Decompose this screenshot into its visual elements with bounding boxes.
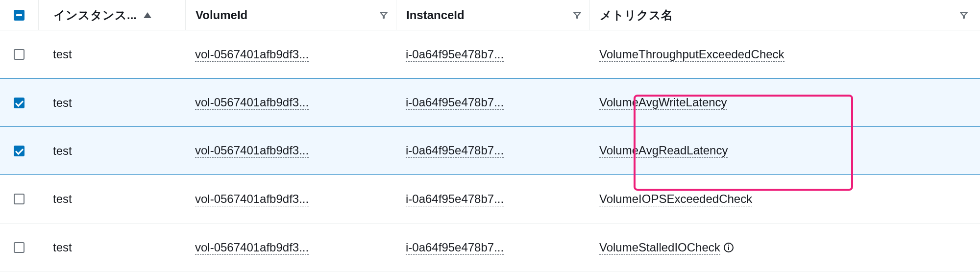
svg-rect-2 (728, 245, 729, 246)
metric-name-link[interactable]: VolumeThroughputExceededCheck (599, 48, 784, 62)
row-checkbox[interactable] (14, 98, 24, 108)
select-all-checkbox[interactable] (14, 10, 24, 21)
table-header-row: インスタンス... VolumeId InstanceId メトリクス名 (0, 0, 980, 30)
metric-name-link[interactable]: VolumeAvgWriteLatency (599, 96, 727, 110)
volume-id-link[interactable]: vol-0567401afb9df3... (195, 96, 309, 110)
column-header-instance-id[interactable]: InstanceId (396, 0, 589, 30)
instance-id-link[interactable]: i-0a64f95e478b7... (406, 241, 504, 255)
row-checkbox[interactable] (14, 194, 24, 204)
instance-name-cell: test (53, 48, 72, 61)
instance-name-cell: test (53, 192, 72, 206)
metrics-table: インスタンス... VolumeId InstanceId メトリクス名 tes… (0, 0, 980, 272)
rows-container: testvol-0567401afb9df3...i-0a64f95e478b7… (0, 30, 980, 272)
volume-id-link[interactable]: vol-0567401afb9df3... (195, 192, 309, 206)
instance-name-cell: test (53, 144, 72, 158)
column-header-volume-id[interactable]: VolumeId (185, 0, 396, 30)
instance-id-link[interactable]: i-0a64f95e478b7... (406, 96, 504, 110)
column-label: メトリクス名 (600, 7, 673, 23)
volume-id-link[interactable]: vol-0567401afb9df3... (195, 48, 309, 62)
table-row: testvol-0567401afb9df3...i-0a64f95e478b7… (0, 175, 980, 224)
filter-icon[interactable] (379, 11, 388, 20)
volume-id-link[interactable]: vol-0567401afb9df3... (195, 144, 309, 158)
table-row: testvol-0567401afb9df3...i-0a64f95e478b7… (0, 78, 980, 127)
table-row: testvol-0567401afb9df3...i-0a64f95e478b7… (0, 126, 980, 175)
instance-id-link[interactable]: i-0a64f95e478b7... (406, 48, 504, 62)
instance-id-link[interactable]: i-0a64f95e478b7... (406, 192, 504, 206)
instance-name-cell: test (53, 96, 72, 110)
table-row: testvol-0567401afb9df3...i-0a64f95e478b7… (0, 224, 980, 272)
svg-rect-1 (728, 247, 729, 250)
column-header-metric-name[interactable]: メトリクス名 (589, 0, 976, 30)
table-row: testvol-0567401afb9df3...i-0a64f95e478b7… (0, 30, 980, 79)
column-label: インスタンス... (53, 7, 137, 23)
row-checkbox[interactable] (14, 146, 24, 156)
sort-asc-icon (144, 12, 151, 18)
instance-name-cell: test (53, 241, 72, 254)
row-checkbox[interactable] (14, 49, 24, 60)
metric-name-link[interactable]: VolumeIOPSExceededCheck (599, 192, 752, 206)
filter-icon[interactable] (959, 11, 968, 20)
volume-id-link[interactable]: vol-0567401afb9df3... (195, 241, 309, 255)
filter-icon[interactable] (573, 11, 582, 20)
metric-name-link[interactable]: VolumeStalledIOCheck (599, 241, 720, 255)
instance-id-link[interactable]: i-0a64f95e478b7... (406, 144, 504, 158)
column-label: VolumeId (196, 8, 247, 22)
info-icon[interactable] (723, 242, 734, 253)
column-label: InstanceId (406, 8, 465, 22)
metric-name-link[interactable]: VolumeAvgReadLatency (599, 144, 728, 158)
column-header-instance-name[interactable]: インスタンス... (38, 0, 185, 30)
row-checkbox[interactable] (14, 242, 24, 253)
